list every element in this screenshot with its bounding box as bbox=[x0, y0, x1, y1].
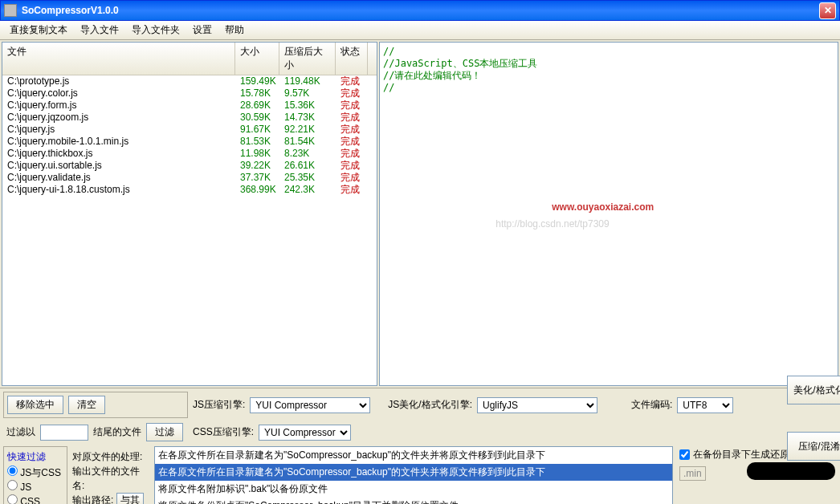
dropdown-option[interactable]: 将原文件名附加标识".bak"以备份原文件 bbox=[155, 481, 672, 498]
radio-jscss[interactable]: JS与CSS bbox=[7, 465, 63, 480]
compress-button[interactable]: 压缩/混淆 bbox=[787, 432, 840, 461]
col-header-size[interactable]: 大小 bbox=[235, 43, 279, 75]
remove-selected-button[interactable]: 移除选中 bbox=[7, 396, 63, 414]
quick-filter-group: 快速过滤 JS与CSS JS CSS bbox=[3, 446, 67, 504]
table-row[interactable]: C:\jquery.mobile-1.0.1.min.js81.53K81.54… bbox=[2, 136, 377, 148]
file-list-panel: 文件 大小 压缩后大小 状态 C:\prototype.js159.49K119… bbox=[2, 42, 377, 386]
menu-import-folder[interactable]: 导入文件夹 bbox=[125, 22, 186, 39]
titlebar: SoCompressorV1.0.0 ✕ bbox=[0, 0, 840, 21]
app-icon bbox=[4, 4, 17, 17]
encoding-label: 文件编码: bbox=[631, 398, 672, 412]
file-list-header: 文件 大小 压缩后大小 状态 bbox=[2, 43, 377, 75]
filter-button[interactable]: 过滤 bbox=[146, 423, 183, 441]
quick-filter-title: 快速过滤 bbox=[7, 450, 63, 464]
close-icon[interactable]: ✕ bbox=[819, 2, 836, 19]
editor-panel: // //JavaScript、CSS本地压缩工具 //请在此处编辑代码！ //… bbox=[379, 42, 838, 386]
opt-outname-label: 输出文件的文件名: bbox=[72, 464, 149, 493]
bottom-panel: 移除选中 清空 JS压缩引擎: YUI Compressor JS美化/格式化引… bbox=[0, 388, 840, 504]
redaction-mark bbox=[747, 462, 835, 480]
watermark: www.ouyaoxiazai.com http://blog.csdn.net… bbox=[552, 197, 665, 231]
table-row[interactable]: C:\prototype.js159.49K119.48K完成 bbox=[2, 75, 377, 87]
js-engine-select[interactable]: YUI Compressor bbox=[250, 397, 370, 413]
table-row[interactable]: C:\jquery.color.js15.78K9.57K完成 bbox=[2, 87, 377, 100]
table-row[interactable]: C:\jquery.thickbox.js11.98K8.23K完成 bbox=[2, 148, 377, 160]
beautify-engine-select[interactable]: UglifyJS bbox=[477, 397, 597, 413]
menu-import-file[interactable]: 导入文件 bbox=[74, 22, 125, 39]
radio-js[interactable]: JS bbox=[7, 480, 63, 494]
end-files-label: 结尾的文件 bbox=[93, 425, 141, 439]
table-row[interactable]: C:\jquery.jqzoom.js30.59K14.73K完成 bbox=[2, 112, 377, 124]
filter-by-label: 过滤以 bbox=[6, 425, 35, 439]
menu-settings[interactable]: 设置 bbox=[186, 22, 218, 39]
encoding-select[interactable]: UTF8 bbox=[677, 397, 733, 413]
col-header-file[interactable]: 文件 bbox=[2, 43, 235, 75]
clear-button[interactable]: 清空 bbox=[68, 396, 105, 414]
radio-css[interactable]: CSS bbox=[7, 494, 63, 504]
col-header-status[interactable]: 状态 bbox=[336, 43, 368, 75]
dropdown-option[interactable]: 将原文件备份到桌面"SoCompressor_backup"目录下并删除原位置文… bbox=[155, 498, 672, 504]
handle-dropdown[interactable]: 在各原文件所在目录新建名为"SoCompressor_backup"的文件夹并将… bbox=[154, 446, 673, 504]
js-engine-label: JS压缩引擎: bbox=[193, 398, 245, 412]
outpath-prefix-button[interactable]: 与其 bbox=[116, 493, 144, 504]
editor-textarea[interactable]: // //JavaScript、CSS本地压缩工具 //请在此处编辑代码！ // bbox=[380, 43, 838, 97]
table-row[interactable]: C:\jquery.form.js28.69K15.36K完成 bbox=[2, 100, 377, 112]
dropdown-option[interactable]: 在各原文件所在目录新建名为"SoCompressor_backup"的文件夹并将… bbox=[155, 464, 672, 481]
table-row[interactable]: C:\jquery.js91.67K92.21K完成 bbox=[2, 124, 377, 136]
opt-outpath-label: 输出路径: 与其 bbox=[72, 493, 149, 504]
filter-input[interactable] bbox=[40, 425, 88, 441]
table-row[interactable]: C:\jquery.validate.js37.37K25.35K完成 bbox=[2, 172, 377, 184]
menu-copy-text[interactable]: 直接复制文本 bbox=[3, 22, 74, 39]
opt-handle-label: 对原文件的处理: bbox=[72, 449, 149, 464]
menu-help[interactable]: 帮助 bbox=[218, 22, 251, 39]
dropdown-option[interactable]: 在各原文件所在目录新建名为"SoCompressor_backup"的文件夹并将… bbox=[155, 447, 672, 464]
file-list[interactable]: C:\prototype.js159.49K119.48K完成C:\jquery… bbox=[2, 75, 377, 385]
beautify-engine-label: JS美化/格式化引擎: bbox=[388, 398, 472, 412]
window-title: SoCompressorV1.0.0 bbox=[22, 5, 819, 16]
beautify-button[interactable]: 美化/格式化 bbox=[787, 376, 840, 404]
css-engine-label: CSS压缩引擎: bbox=[193, 425, 254, 439]
css-engine-select[interactable]: YUI Compressor bbox=[259, 425, 351, 441]
table-row[interactable]: C:\jquery.ui.sortable.js39.22K26.61K完成 bbox=[2, 160, 377, 172]
min-suffix-box: .min bbox=[679, 466, 706, 481]
table-row[interactable]: C:\jquery-ui-1.8.18.custom.js368.99K242.… bbox=[2, 184, 377, 196]
col-header-csize[interactable]: 压缩后大小 bbox=[279, 43, 336, 75]
menubar: 直接复制文本 导入文件 导入文件夹 设置 帮助 bbox=[0, 21, 840, 40]
output-options-labels: 对原文件的处理: 输出文件的文件名: 输出路径: 与其 bbox=[71, 446, 151, 504]
